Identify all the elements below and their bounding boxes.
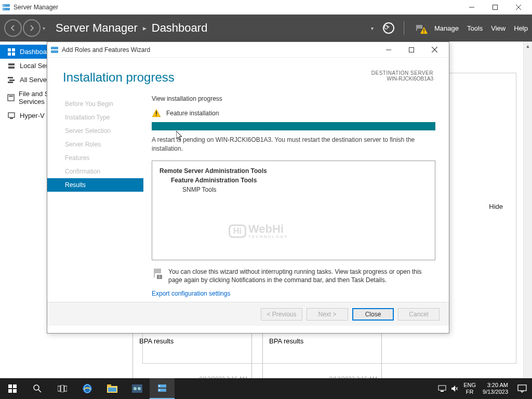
dialog-maximize-button[interactable]	[400, 42, 423, 58]
svg-rect-58	[518, 385, 526, 391]
svg-point-37	[34, 385, 39, 390]
progress-bar	[152, 122, 435, 130]
svg-rect-30	[156, 115, 157, 116]
menu-tools[interactable]: Tools	[467, 24, 483, 32]
svg-point-48	[134, 387, 137, 390]
restart-message: A restart is pending on WIN-RJCKI6OB1A3.…	[152, 136, 435, 153]
search-button[interactable]	[25, 378, 50, 399]
svg-rect-12	[8, 52, 11, 56]
svg-rect-41	[64, 386, 67, 391]
svg-rect-14	[8, 63, 15, 65]
svg-rect-36	[13, 389, 17, 393]
start-button[interactable]	[0, 378, 25, 399]
svg-rect-8	[423, 29, 424, 32]
svg-rect-5	[493, 5, 497, 9]
tray-network-icon[interactable]	[436, 385, 448, 392]
server-manager-taskbar-button[interactable]	[150, 378, 175, 399]
system-tray: ENG FR 3:20 AM 9/13/2023	[436, 378, 532, 399]
svg-line-38	[38, 390, 41, 392]
language-indicator[interactable]: ENG FR	[461, 382, 478, 395]
app-button-1[interactable]	[125, 378, 150, 399]
menu-manage[interactable]: Manage	[434, 24, 459, 32]
dashboard-icon	[7, 48, 16, 56]
svg-rect-16	[8, 77, 13, 78]
bpa-panel-1: BPA results 9/13/2023 3:16 AM	[132, 332, 252, 384]
svg-rect-19	[8, 95, 14, 101]
view-progress-label: View installation progress	[152, 95, 435, 102]
nav-forward-button[interactable]	[23, 19, 41, 37]
menu-help[interactable]: Help	[514, 24, 528, 32]
explorer-button[interactable]	[100, 378, 125, 399]
breadcrumb-dropdown-icon[interactable]: ▾	[371, 25, 374, 31]
info-flag-icon: 1	[152, 268, 163, 279]
nav-back-button[interactable]	[4, 19, 22, 37]
tray-sound-icon[interactable]	[448, 385, 461, 392]
svg-rect-54	[438, 385, 446, 390]
header-bar: ▾ Server Manager ▸ Dashboard ▾ ⟳ Manage …	[0, 15, 532, 42]
vertical-scrollbar[interactable]: ▲	[523, 42, 532, 378]
maximize-button[interactable]	[483, 0, 507, 15]
scroll-up-icon[interactable]: ▲	[524, 42, 532, 50]
step-results[interactable]: Results	[47, 178, 143, 192]
svg-rect-24	[51, 50, 58, 53]
hyperv-icon	[7, 112, 16, 119]
svg-rect-11	[12, 48, 15, 51]
svg-point-3	[4, 8, 5, 9]
refresh-button[interactable]: ⟳	[382, 21, 395, 35]
svg-rect-10	[8, 48, 11, 51]
dialog-minimize-button[interactable]	[377, 42, 400, 58]
close-wizard-button[interactable]: Close	[352, 308, 394, 321]
step-selection: Server Selection	[63, 124, 143, 138]
svg-rect-21	[8, 113, 15, 117]
info-text: You can close this wizard without interr…	[168, 268, 435, 285]
dialog-close-button[interactable]	[423, 42, 446, 58]
dest-server: WIN-RJCKI6OB1A3	[371, 76, 433, 82]
watermark: Hi WebHi TECHNOLOGY	[229, 223, 288, 239]
step-confirmation: Confirmation	[63, 165, 143, 178]
main-content: Dashboard Local Server All Servers File …	[0, 42, 532, 378]
hide-link[interactable]: Hide	[489, 203, 503, 210]
svg-rect-34	[13, 384, 17, 388]
ie-button[interactable]	[75, 378, 100, 399]
svg-rect-9	[423, 32, 424, 33]
notifications-button[interactable]	[413, 23, 426, 33]
wizard-steps: Before You Begin Installation Type Serve…	[47, 90, 143, 302]
breadcrumb-page[interactable]: Dashboard	[152, 21, 208, 35]
wizard-content: View installation progress Feature insta…	[143, 90, 449, 302]
step-before: Before You Begin	[63, 97, 143, 111]
servers-icon	[7, 76, 16, 84]
breadcrumb: Server Manager ▸ Dashboard	[56, 21, 207, 35]
step-type: Installation Type	[63, 111, 143, 124]
close-button[interactable]	[507, 0, 530, 15]
task-view-button[interactable]	[50, 378, 75, 399]
clock[interactable]: 3:20 AM 9/13/2023	[478, 382, 512, 395]
dialog-title: Add Roles and Features Wizard	[62, 46, 150, 54]
wizard-heading: Installation progress	[63, 70, 175, 85]
dest-label: DESTINATION SERVER	[371, 70, 433, 76]
results-tree: Remote Server Administration Tools Featu…	[152, 161, 435, 260]
bpa-title: BPA results	[269, 337, 303, 345]
svg-point-49	[138, 387, 141, 390]
svg-text:1: 1	[158, 275, 161, 278]
svg-rect-13	[12, 52, 15, 56]
svg-rect-15	[8, 66, 15, 69]
export-link[interactable]: Export configuration settings	[152, 290, 230, 297]
window-title: Server Manager	[14, 4, 58, 11]
server-manager-icon	[2, 3, 10, 11]
svg-rect-55	[441, 391, 444, 392]
cancel-button: Cancel	[398, 308, 440, 321]
action-center-button[interactable]	[512, 384, 532, 393]
warning-badge-icon	[420, 26, 428, 35]
separator	[404, 21, 404, 35]
storage-icon	[7, 94, 15, 101]
svg-rect-39	[58, 386, 60, 391]
svg-rect-46	[108, 388, 116, 392]
svg-rect-22	[10, 118, 13, 119]
breadcrumb-root[interactable]: Server Manager	[56, 21, 138, 35]
minimize-button[interactable]	[460, 0, 483, 15]
tree-l3: SNMP Tools	[182, 185, 428, 194]
bpa-title: BPA results	[139, 337, 174, 345]
nav-dropdown-icon[interactable]: ▾	[43, 25, 45, 31]
bpa-panel-2: BPA results 9/13/2023 3:16 AM	[262, 332, 382, 384]
menu-view[interactable]: View	[491, 24, 506, 32]
